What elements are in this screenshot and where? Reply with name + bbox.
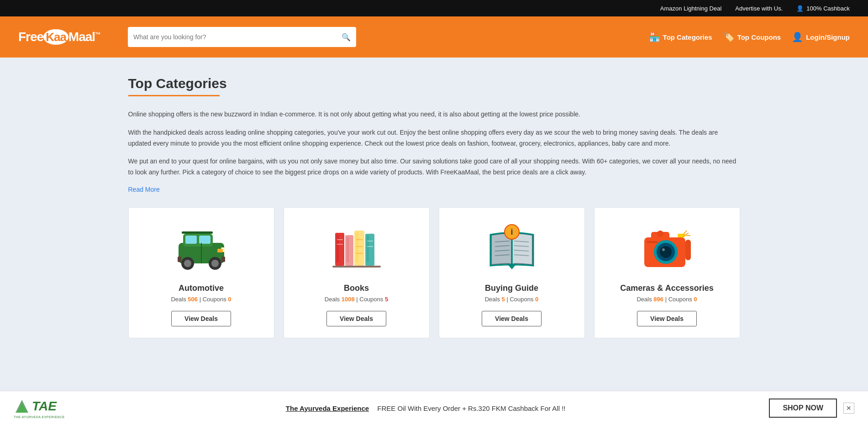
cameras-icon bbox=[637, 221, 697, 276]
store-icon: 🏪 bbox=[649, 31, 660, 42]
cashback-user-icon: 👤 bbox=[796, 5, 804, 12]
automotive-deals-count: 506 bbox=[188, 296, 198, 303]
svg-rect-19 bbox=[347, 237, 349, 262]
category-card-books[interactable]: Books Deals 1008 | Coupons 5 View Deals bbox=[284, 207, 430, 338]
books-deals-count: 1008 bbox=[342, 296, 355, 303]
automotive-coupons-count: 0 bbox=[228, 296, 231, 303]
svg-rect-8 bbox=[182, 231, 213, 234]
header-nav: 🏪 Top Categories 🏷️ Top Coupons 👤 Login/… bbox=[649, 31, 850, 42]
advertise-link[interactable]: Advertise with Us. bbox=[735, 5, 783, 12]
books-icon bbox=[327, 221, 386, 276]
svg-rect-11 bbox=[217, 249, 223, 252]
top-categories-label: Top Categories bbox=[663, 33, 712, 41]
svg-rect-26 bbox=[367, 236, 369, 262]
cashback-label: 100% Cashback bbox=[806, 5, 850, 12]
svg-rect-18 bbox=[345, 235, 353, 266]
svg-point-45 bbox=[660, 246, 672, 258]
svg-point-7 bbox=[211, 260, 219, 267]
automotive-coupons-label: Coupons bbox=[203, 296, 226, 303]
cashback-item: 👤 100% Cashback bbox=[796, 5, 850, 12]
books-coupons-label: Coupons bbox=[359, 296, 383, 303]
svg-rect-13 bbox=[221, 257, 225, 262]
header: FreeKaaMaal™ 🔍 🏪 Top Categories 🏷️ Top C… bbox=[0, 16, 868, 58]
books-view-deals-button[interactable]: View Deals bbox=[326, 311, 386, 326]
logo-maal: Maal bbox=[68, 30, 95, 44]
category-card-cameras[interactable]: Cameras & Accessories Deals 896 | Coupon… bbox=[594, 207, 740, 338]
categories-grid: Automotive Deals 506 | Coupons 0 View De… bbox=[128, 207, 740, 338]
search-icon: 🔍 bbox=[342, 33, 351, 42]
cameras-deals-label: Deals bbox=[637, 296, 652, 303]
user-icon: 👤 bbox=[792, 31, 803, 42]
main-content: Top Categories Online shopping offers is… bbox=[92, 58, 777, 357]
cameras-coupons-count: 0 bbox=[694, 296, 697, 303]
cameras-deals-count: 896 bbox=[653, 296, 663, 303]
login-signup-nav[interactable]: 👤 Login/Signup bbox=[792, 31, 850, 42]
coupon-icon: 🏷️ bbox=[723, 31, 735, 42]
svg-rect-21 bbox=[356, 233, 358, 262]
svg-rect-2 bbox=[185, 236, 197, 244]
buying-guide-view-deals-button[interactable]: View Deals bbox=[482, 311, 542, 326]
buying-guide-deals-label: Deals bbox=[485, 296, 500, 303]
svg-rect-3 bbox=[199, 236, 210, 244]
lightning-deal-link[interactable]: Amazon Lightning Deal bbox=[660, 5, 721, 12]
automotive-view-deals-button[interactable]: View Deals bbox=[171, 311, 231, 326]
category-card-buying-guide[interactable]: i Buying Guide Deals 5 | Coupons 0 View … bbox=[439, 207, 585, 338]
svg-point-5 bbox=[184, 260, 191, 267]
read-more-link[interactable]: Read More bbox=[128, 186, 160, 193]
top-coupons-label: Top Coupons bbox=[737, 33, 781, 41]
logo-text: FreeKaaMaal™ bbox=[18, 30, 100, 44]
books-deals-label: Deals bbox=[325, 296, 340, 303]
books-stats: Deals 1008 | Coupons 5 bbox=[325, 296, 388, 303]
cameras-coupons-label: Coupons bbox=[668, 296, 692, 303]
buying-guide-name: Buying Guide bbox=[485, 283, 538, 293]
svg-point-48 bbox=[657, 231, 663, 237]
description-3: We put an end to your quest for online b… bbox=[128, 156, 740, 178]
search-input[interactable] bbox=[133, 33, 342, 41]
automotive-icon bbox=[172, 221, 231, 276]
svg-point-46 bbox=[662, 248, 665, 251]
buying-guide-coupons-label: Coupons bbox=[510, 296, 533, 303]
svg-marker-40 bbox=[507, 264, 516, 269]
cameras-stats: Deals 896 | Coupons 0 bbox=[637, 296, 697, 303]
search-bar[interactable]: 🔍 bbox=[128, 27, 356, 47]
login-signup-label: Login/Signup bbox=[806, 33, 850, 41]
svg-text:i: i bbox=[510, 227, 513, 236]
cameras-view-deals-button[interactable]: View Deals bbox=[637, 311, 697, 326]
svg-rect-49 bbox=[685, 240, 691, 260]
books-name: Books bbox=[344, 283, 369, 293]
top-bar: Amazon Lightning Deal Advertise with Us.… bbox=[0, 0, 868, 16]
automotive-name: Automotive bbox=[179, 283, 224, 293]
logo-area[interactable]: FreeKaaMaal™ bbox=[18, 30, 119, 44]
buying-guide-icon: i bbox=[482, 221, 542, 276]
automotive-stats: Deals 506 | Coupons 0 bbox=[171, 296, 231, 303]
cameras-name: Cameras & Accessories bbox=[620, 283, 713, 293]
buying-guide-coupons-count: 0 bbox=[535, 296, 538, 303]
category-card-automotive[interactable]: Automotive Deals 506 | Coupons 0 View De… bbox=[128, 207, 274, 338]
description-1: Online shopping offers is the new buzzwo… bbox=[128, 109, 740, 120]
svg-rect-29 bbox=[332, 266, 381, 268]
section-title: Top Categories bbox=[128, 76, 740, 91]
top-coupons-nav[interactable]: 🏷️ Top Coupons bbox=[723, 31, 781, 42]
top-categories-nav[interactable]: 🏪 Top Categories bbox=[649, 31, 712, 42]
logo-free: Free bbox=[18, 30, 43, 44]
title-underline bbox=[128, 95, 220, 96]
buying-guide-stats: Deals 5 | Coupons 0 bbox=[485, 296, 539, 303]
logo-kaa: Kaa bbox=[43, 29, 68, 45]
svg-rect-50 bbox=[647, 241, 658, 243]
buying-guide-deals-count: 5 bbox=[502, 296, 505, 303]
svg-rect-12 bbox=[178, 257, 181, 262]
description-2: With the handpicked deals across leading… bbox=[128, 127, 740, 149]
books-coupons-count: 5 bbox=[385, 296, 388, 303]
automotive-deals-label: Deals bbox=[171, 296, 186, 303]
logo-tm: ™ bbox=[95, 31, 100, 38]
svg-rect-15 bbox=[337, 235, 339, 262]
